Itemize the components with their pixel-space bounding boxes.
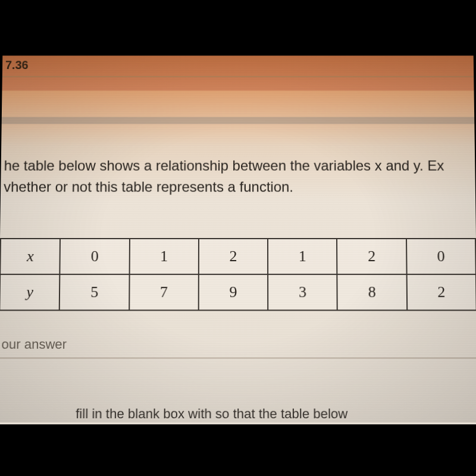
page-number: 7.36 xyxy=(5,58,29,72)
y-value: 3 xyxy=(268,274,337,310)
data-table-container: x 0 1 2 1 2 0 y 5 7 9 3 8 2 xyxy=(0,238,476,311)
row-header-y: y xyxy=(0,274,60,310)
y-value: 5 xyxy=(60,274,129,310)
x-value: 1 xyxy=(268,239,337,274)
y-value: 9 xyxy=(199,274,268,310)
x-value: 1 xyxy=(129,239,199,274)
y-value: 8 xyxy=(337,274,407,310)
xy-table: x 0 1 2 1 2 0 y 5 7 9 3 8 2 xyxy=(0,238,476,311)
row-header-x: x xyxy=(0,239,60,274)
question-line-2: vhether or not this table represents a f… xyxy=(4,176,472,198)
answer-underline xyxy=(0,358,476,358)
x-value: 2 xyxy=(337,239,406,274)
x-value: 2 xyxy=(199,239,268,274)
worksheet-photo: 7.36 he table below shows a relationship… xyxy=(0,56,476,425)
table-row: y 5 7 9 3 8 2 xyxy=(0,274,476,310)
x-value: 0 xyxy=(60,239,130,274)
y-value: 2 xyxy=(406,274,476,310)
next-question-fragment: fill in the blank box with so that the t… xyxy=(76,406,347,422)
question-text-block: he table below shows a relationship betw… xyxy=(1,155,475,198)
divider xyxy=(2,76,474,77)
section-bar xyxy=(2,117,475,124)
header-region: 7.36 xyxy=(2,56,474,91)
question-line-1: he table below shows a relationship betw… xyxy=(4,155,472,177)
answer-prompt: our answer xyxy=(1,337,67,352)
y-value: 7 xyxy=(129,274,199,310)
table-row: x 0 1 2 1 2 0 xyxy=(0,239,476,274)
x-value: 0 xyxy=(406,239,476,274)
